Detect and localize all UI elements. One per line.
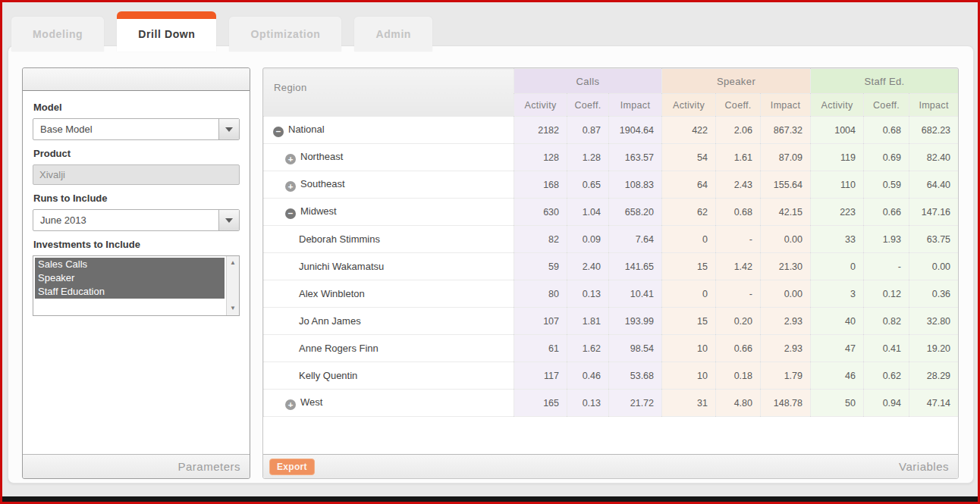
calls-coeff-cell: 2.40 [567, 253, 609, 280]
speaker-coeff-cell: 1.42 [716, 253, 761, 280]
speaker-activity-cell: 0 [662, 280, 716, 308]
calls-activity-cell: 128 [514, 144, 567, 171]
region-cell[interactable]: Jo Ann James [264, 308, 514, 335]
region-cell[interactable]: Junichi Wakamatsu [264, 253, 514, 280]
expand-toggle-icon[interactable]: + [285, 154, 296, 164]
region-cell[interactable]: +Northeast [264, 144, 514, 171]
calls-coeff-cell: 0.46 [567, 362, 609, 390]
tab-modeling[interactable]: Modeling [11, 17, 104, 52]
calls-impact-cell: 21.72 [609, 390, 662, 417]
staff-coeff-cell: 1.93 [864, 226, 909, 253]
region-cell[interactable]: +Southeast [264, 171, 514, 199]
region-column-header[interactable]: Region [264, 69, 514, 117]
bottom-black-bar [2, 496, 978, 502]
region-name: National [288, 124, 325, 135]
calls-coeff-cell: 0.87 [567, 117, 609, 144]
product-label: Product [33, 148, 240, 159]
tab-optimization[interactable]: Optimization [229, 17, 341, 52]
model-select[interactable]: Base Model [33, 118, 240, 140]
speaker-impact-cell: 2.93 [761, 308, 811, 335]
region-name: Alex Winbleton [299, 288, 365, 299]
speaker-activity-header[interactable]: Activity [662, 94, 716, 117]
staff-activity-cell: 1004 [811, 117, 864, 144]
calls-group-header: Calls [514, 69, 662, 94]
region-cell[interactable]: Alex Winbleton [264, 280, 514, 308]
investments-label: Investments to Include [33, 239, 240, 250]
region-cell[interactable]: Deborah Stimmins [264, 226, 514, 253]
investment-option[interactable]: Staff Education [35, 285, 225, 299]
staff-coeff-cell: 0.59 [864, 171, 909, 199]
staff-coeff-cell: 0.94 [864, 390, 909, 417]
region-name: Anne Rogers Finn [299, 343, 378, 354]
staff-coeff-cell: 0.41 [864, 335, 909, 362]
calls-activity-cell: 107 [514, 308, 567, 335]
calls-coeff-header[interactable]: Coeff. [567, 94, 609, 117]
speaker-coeff-cell: 0.20 [716, 308, 761, 335]
staff-impact-cell: 147.16 [909, 199, 959, 226]
parameters-panel-header [23, 68, 250, 91]
calls-impact-cell: 163.57 [609, 144, 662, 171]
expand-toggle-icon[interactable]: + [285, 399, 296, 410]
expand-toggle-icon[interactable]: + [285, 181, 296, 192]
staffed-coeff-header[interactable]: Coeff. [864, 94, 909, 117]
speaker-impact-cell: 0.00 [761, 280, 811, 308]
staffed-activity-header[interactable]: Activity [811, 94, 864, 117]
region-cell[interactable]: Anne Rogers Finn [264, 335, 514, 362]
product-field[interactable]: Xivalji [33, 164, 240, 185]
calls-impact-header[interactable]: Impact [609, 94, 662, 117]
staff-impact-cell: 28.29 [909, 362, 959, 390]
staff-coeff-cell: 0.82 [864, 308, 909, 335]
runs-select[interactable]: June 2013 [33, 209, 240, 231]
speaker-impact-header[interactable]: Impact [761, 94, 811, 117]
speaker-coeff-cell: - [716, 226, 761, 253]
region-name: Southeast [300, 178, 345, 189]
scroll-up-icon[interactable]: ▲ [227, 257, 239, 269]
region-cell[interactable]: −Midwest [264, 199, 514, 226]
export-button[interactable]: Export [269, 459, 315, 475]
investment-option[interactable]: Speaker [35, 271, 225, 285]
region-cell[interactable]: +West [264, 390, 514, 417]
investments-options: Sales CallsSpeakerStaff Education [35, 258, 225, 299]
staffed-impact-header[interactable]: Impact [909, 94, 959, 117]
table-row: −Midwest6301.04658.20620.6842.152230.661… [264, 199, 959, 226]
collapse-toggle-icon[interactable]: − [285, 208, 296, 219]
speaker-activity-cell: 0 [662, 226, 716, 253]
speaker-coeff-cell: - [716, 280, 761, 308]
collapse-toggle-icon[interactable]: − [273, 127, 284, 137]
region-cell[interactable]: Kelly Quentin [264, 362, 514, 390]
calls-impact-cell: 108.83 [609, 171, 662, 199]
speaker-impact-cell: 21.30 [761, 253, 811, 280]
chevron-down-icon[interactable] [218, 210, 239, 230]
listbox-scrollbar[interactable]: ▲ ▼ [226, 256, 239, 315]
staff-impact-cell: 63.75 [909, 226, 959, 253]
parameters-panel: Model Base Model Product Xivalji Runs to… [22, 67, 250, 479]
region-name: Kelly Quentin [299, 370, 357, 381]
speaker-coeff-header[interactable]: Coeff. [716, 94, 761, 117]
calls-activity-cell: 165 [514, 390, 567, 417]
calls-activity-cell: 61 [514, 335, 567, 362]
staff-coeff-cell: 0.12 [864, 280, 909, 308]
staffed-group-header: Staff Ed. [811, 69, 959, 94]
chevron-down-icon[interactable] [218, 119, 239, 139]
staff-coeff-cell: 0.62 [864, 362, 909, 390]
investments-listbox[interactable]: Sales CallsSpeakerStaff Education ▲ ▼ [33, 255, 240, 316]
speaker-impact-cell: 0.00 [761, 226, 811, 253]
staff-activity-cell: 50 [811, 390, 864, 417]
region-name: West [300, 396, 322, 408]
region-cell[interactable]: −National [264, 117, 514, 144]
region-name: Junichi Wakamatsu [299, 261, 384, 272]
staff-activity-cell: 110 [811, 171, 864, 199]
speaker-activity-cell: 15 [662, 253, 716, 280]
scroll-down-icon[interactable]: ▼ [227, 302, 239, 315]
calls-activity-header[interactable]: Activity [514, 94, 567, 117]
speaker-activity-cell: 15 [662, 308, 716, 335]
staff-activity-cell: 223 [811, 199, 864, 226]
runs-label: Runs to Include [33, 193, 240, 204]
calls-activity-cell: 2182 [514, 117, 567, 144]
main-card: Model Base Model Product Xivalji Runs to… [8, 45, 974, 484]
tab-admin[interactable]: Admin [354, 17, 432, 52]
speaker-activity-cell: 422 [662, 117, 716, 144]
tab-drill-down[interactable]: Drill Down [117, 17, 216, 52]
staff-impact-cell: 682.23 [909, 117, 959, 144]
investment-option[interactable]: Sales Calls [35, 258, 225, 271]
